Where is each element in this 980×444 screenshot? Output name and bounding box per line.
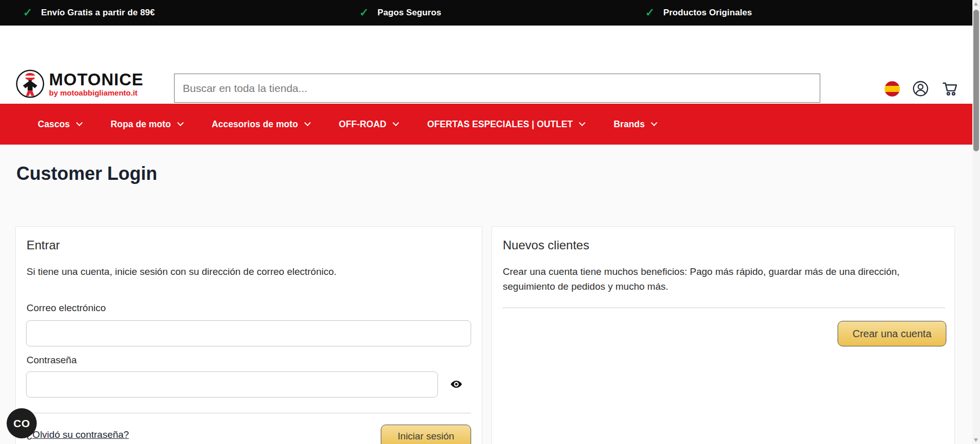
account-icon[interactable] — [912, 80, 929, 97]
nav-label: Brands — [614, 119, 645, 130]
password-label: Contraseña — [27, 355, 77, 366]
header-icons — [885, 80, 958, 97]
main-nav: Cascos Ropa de moto Accesorios de moto O… — [0, 104, 972, 145]
search-input[interactable] — [174, 74, 820, 103]
page: ✓ Envío Gratis a partir de 89€ ✓ Pagos S… — [0, 0, 980, 444]
chevron-down-icon — [393, 120, 399, 126]
store-logo[interactable]: MOTONICE by motoabbigliamento.it — [15, 69, 143, 99]
nav-label: Cascos — [38, 119, 70, 130]
nav-item-ropa-de-moto[interactable]: Ropa de moto — [111, 119, 183, 130]
divider — [26, 413, 471, 413]
scroll-down-icon[interactable] — [974, 438, 978, 442]
scrollbar-thumb[interactable] — [973, 10, 979, 151]
nav-item-brands[interactable]: Brands — [614, 119, 656, 130]
benefit-label: Envío Gratis a partir de 89€ — [41, 8, 155, 18]
show-password-eye-icon[interactable] — [449, 378, 464, 391]
nav-item-ofertas-outlet[interactable]: OFERTAS ESPECIALES | OUTLET — [427, 119, 584, 130]
logo-name: MOTONICE — [49, 71, 143, 88]
chevron-down-icon — [177, 120, 184, 126]
email-label: Correo electrónico — [27, 302, 106, 314]
new-customers-heading: Nuevos clientes — [503, 238, 589, 252]
sign-in-button[interactable]: Iniciar sesión — [381, 425, 471, 444]
cart-icon[interactable] — [941, 80, 958, 97]
nav-label: OFF-ROAD — [339, 119, 386, 130]
header: MOTONICE by motoabbigliamento.it — [0, 26, 972, 104]
benefit-secure-payments: ✓ Pagos Seguros — [359, 0, 442, 26]
create-account-button[interactable]: Crear una cuenta — [838, 321, 946, 346]
check-icon: ✓ — [359, 7, 369, 18]
mascot-icon — [15, 69, 45, 99]
main-content: Customer Login Entrar Si tiene una cuent… — [0, 145, 972, 444]
nav-item-accesorios[interactable]: Accesorios de moto — [212, 119, 310, 130]
benefits-bar: ✓ Envío Gratis a partir de 89€ ✓ Pagos S… — [0, 0, 972, 26]
consent-widget-button[interactable]: CO — [7, 408, 37, 438]
nav-label: Accesorios de moto — [212, 119, 298, 130]
login-heading: Entrar — [27, 238, 60, 252]
password-field[interactable] — [26, 371, 438, 398]
nav-label: Ropa de moto — [111, 119, 171, 130]
nav-item-cascos[interactable]: Cascos — [38, 119, 82, 130]
divider — [502, 308, 945, 308]
chevron-down-icon — [579, 120, 585, 126]
chevron-down-icon — [304, 120, 311, 126]
nav-label: OFERTAS ESPECIALES | OUTLET — [427, 119, 573, 130]
page-title: Customer Login — [16, 163, 157, 184]
benefit-label: Productos Originales — [663, 8, 752, 18]
new-customers-card: Nuevos clientes Crear una cuenta tiene m… — [492, 226, 955, 444]
benefit-free-shipping: ✓ Envío Gratis a partir de 89€ — [23, 0, 155, 26]
spain-flag-icon[interactable] — [885, 81, 900, 97]
email-field[interactable] — [26, 320, 471, 346]
check-icon: ✓ — [23, 7, 32, 18]
scroll-up-icon[interactable] — [974, 2, 978, 6]
benefit-original-products: ✓ Productos Originales — [645, 0, 752, 26]
benefit-label: Pagos Seguros — [377, 8, 441, 18]
new-customers-description: Crear una cuenta tiene muchos beneficios… — [503, 264, 916, 294]
forgot-password-link[interactable]: ¿Olvidó su contraseña? — [27, 429, 129, 440]
logo-tagline: by motoabbigliamento.it — [49, 88, 143, 97]
login-description: Si tiene una cuenta, inicie sesión con s… — [27, 264, 336, 279]
login-card: Entrar Si tiene una cuenta, inicie sesió… — [15, 226, 482, 444]
vertical-scrollbar — [972, 0, 980, 444]
nav-item-offroad[interactable]: OFF-ROAD — [339, 119, 398, 130]
chevron-down-icon — [76, 120, 83, 126]
check-icon: ✓ — [645, 7, 654, 18]
chevron-down-icon — [651, 120, 657, 126]
